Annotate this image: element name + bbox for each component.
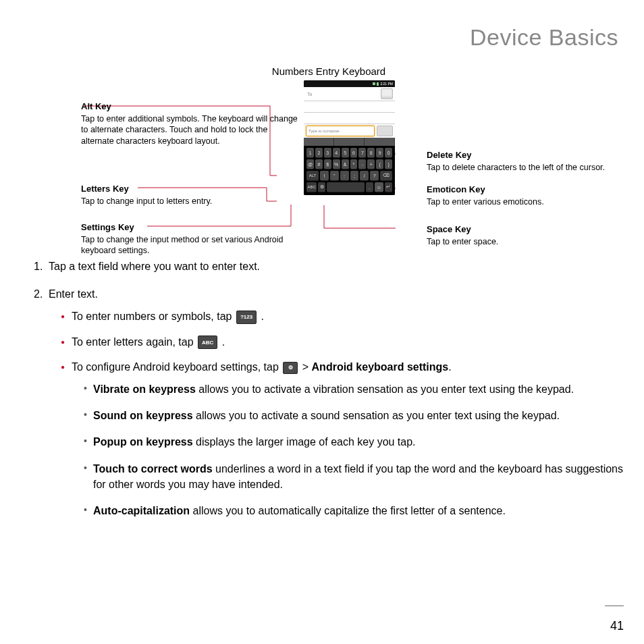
sub-sound: Sound on keypress allows you to activate… [84,408,624,423]
key[interactable]: " [330,171,339,180]
key[interactable]: 4 [333,148,340,157]
callout-letters-key: Letters Key Tap to change input to lette… [81,183,300,207]
key[interactable]: $ [324,159,331,169]
signal-icon [373,82,375,85]
callout-title: Alt Key [81,101,111,113]
option-name: Popup on keypress [93,436,193,448]
sub-touch: Touch to correct words underlines a word… [84,461,624,492]
suggestion-bar[interactable] [304,138,395,146]
callout-title: Settings Key [81,221,134,234]
abc-key[interactable]: ABC [306,182,317,192]
key[interactable]: * [350,159,358,169]
page-rule [605,606,624,606]
option-name: Vibrate on keypress [93,383,196,395]
step-text: Enter text. [49,288,98,300]
key[interactable]: 7 [358,148,366,157]
status-bar: 2:21 PM [304,80,395,87]
callout-emoticon-key: Emoticon Key Tap to enter various emotic… [427,184,636,207]
key[interactable]: 6 [350,148,358,157]
blank-row [304,113,395,124]
key[interactable]: 0 [385,148,392,157]
key[interactable]: ) [385,159,392,169]
emoticon-key[interactable]: ☺ [375,182,383,192]
callout-title: Letters Key [81,183,129,195]
settings-key-icon[interactable]: ⚙ [318,182,325,192]
keyboard: 1234567890 @#$%&*-+() ALT ! " : ; / ? ⌫ … [304,146,395,195]
compose-placeholder: Type to compose [308,129,340,133]
callout-desc: Tap to enter additional symbols. The key… [81,114,298,146]
callout-space-key: Space Key Tap to enter space. [427,223,636,247]
gear-key-icon: ⚙ [283,362,298,374]
bullet-text: To enter numbers or symbols, tap [72,311,235,322]
callout-desc: Tap to enter space. [427,237,498,246]
key[interactable]: : [340,171,349,180]
bullet-text: To configure Android keyboard settings, … [72,361,281,373]
key[interactable]: # [315,159,323,169]
body-content: Tap a text field where you want to enter… [34,259,624,518]
key[interactable]: % [333,159,340,169]
abc-key-icon: ABC [198,336,217,349]
key[interactable]: - [358,159,366,169]
callout-desc: Tap to change input to letters entry. [81,196,212,206]
chapter-title: Device Basics [34,24,618,51]
compose-row: Type to compose [304,124,395,138]
contact-picker-icon[interactable] [381,88,393,99]
figure-zone: Numbers Entry Keyboard Alt Key Tap to en… [34,63,624,259]
sub-auto: Auto-capitalization allows you to automa… [84,503,624,518]
callout-settings-key: Settings Key Tap to change the input met… [81,221,300,257]
compose-input[interactable]: Type to compose [306,126,375,136]
callout-alt-key: Alt Key Tap to enter additional symbols.… [81,101,300,147]
key[interactable]: ; [350,171,359,180]
key[interactable]: 9 [376,148,383,157]
bullet-settings: To configure Android keyboard settings, … [61,359,624,518]
bullet-gt: > [302,361,308,373]
bullet-numbers: To enter numbers or symbols, tap ?123 . [61,308,624,324]
send-button[interactable] [377,126,393,136]
key[interactable]: @ [306,159,314,169]
key[interactable]: 2 [315,148,323,157]
space-key[interactable] [327,182,364,192]
sub-popup: Popup on keypress displays the larger im… [84,434,624,450]
figure-title: Numbers Entry Keyboard [272,65,385,77]
enter-key[interactable]: ↵ [385,182,392,192]
step-1: Tap a text field where you want to enter… [34,259,624,274]
callout-title: Emoticon Key [427,184,485,196]
alt-key[interactable]: ALT [306,171,319,180]
sub-vibrate: Vibrate on keypress allows you to activa… [84,381,624,397]
delete-key[interactable]: ⌫ [380,171,392,180]
option-name: Touch to correct words [93,463,213,475]
key[interactable]: 1 [306,148,314,157]
battery-icon [377,82,379,86]
numbers-key-icon: ?123 [236,311,257,324]
callout-desc: Tap to delete characters to the left of … [427,163,605,172]
option-desc: allows you to automatically capitalize t… [190,505,506,516]
page-number: 41 [610,619,624,633]
option-desc: allows you to activate a vibration sensa… [196,383,574,395]
key[interactable]: & [342,159,349,169]
key[interactable]: + [367,159,375,169]
callout-title: Delete Key [427,149,471,161]
callout-desc: Tap to change the input method or set va… [81,235,284,256]
to-label: To [307,92,312,97]
key[interactable]: 5 [342,148,349,157]
key[interactable]: ? [370,171,379,180]
callout-title: Space Key [427,223,471,236]
option-name: Sound on keypress [93,410,193,421]
option-name: Auto-capitalization [93,505,190,516]
option-desc: allows you to activate a sound sensation… [193,410,560,421]
key[interactable]: 8 [367,148,375,157]
option-desc: displays the larger image of each key yo… [193,436,416,448]
key[interactable]: ! [320,171,329,180]
key[interactable]: / [360,171,369,180]
period-key[interactable]: . [366,182,373,192]
step-2: Enter text. To enter numbers or symbols,… [34,286,624,518]
clock: 2:21 PM [380,82,393,86]
device-screenshot: 2:21 PM To Type to compose 1234567890 @#… [304,80,395,195]
blank-row [304,101,395,113]
key[interactable]: 3 [324,148,331,157]
to-field[interactable]: To [304,87,395,101]
bullet-letters: To enter letters again, tap ABC . [61,334,624,350]
callout-delete-key: Delete Key Tap to delete characters to t… [427,149,636,173]
key[interactable]: ( [376,159,383,169]
menu-path: Android keyboard settings [312,361,449,373]
